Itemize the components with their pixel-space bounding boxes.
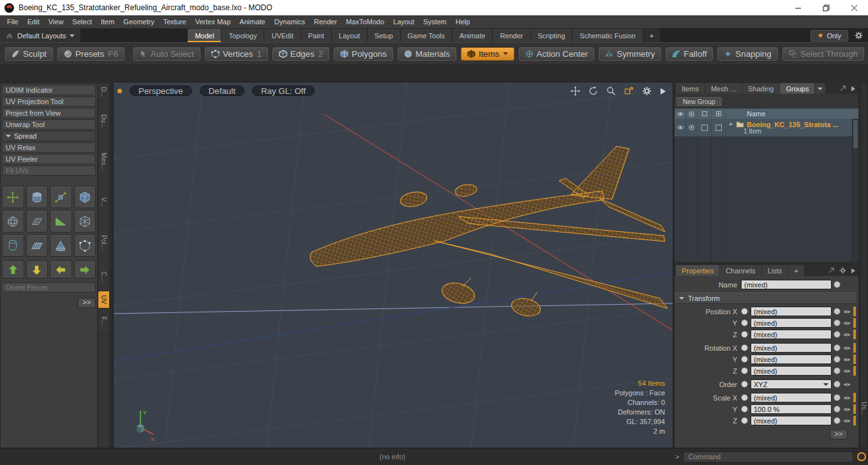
channel-toggle[interactable]	[741, 331, 748, 338]
viewport-scene[interactable]	[114, 82, 673, 449]
menu-item[interactable]: Render	[310, 18, 341, 26]
scrollbar-thumb[interactable]	[853, 120, 858, 148]
name-input[interactable]	[741, 280, 832, 289]
tab-scripting[interactable]: Scripting	[531, 29, 573, 42]
uv-stripes-tool-button[interactable]	[26, 234, 49, 257]
row-render-toggle[interactable]	[686, 119, 698, 136]
menu-item[interactable]: View	[44, 18, 68, 26]
side-tab-c[interactable]: C...	[98, 263, 109, 291]
uv-cylinder-tool-button[interactable]	[26, 186, 49, 208]
pack-up-button[interactable]	[2, 261, 24, 278]
scale-x-input[interactable]	[751, 393, 832, 402]
minimize-button[interactable]	[784, 0, 812, 15]
command-history-chevron[interactable]: >	[675, 453, 679, 461]
tab-setup[interactable]: Setup	[368, 29, 401, 42]
tab-properties[interactable]: Properties	[676, 265, 719, 276]
select-through-button[interactable]: Select Through	[782, 47, 864, 61]
maximize-viewport-icon[interactable]	[624, 86, 634, 96]
side-tab-v[interactable]: V...	[98, 182, 109, 222]
tab-overflow-button[interactable]	[815, 83, 825, 94]
uv-dots-tool-button[interactable]	[74, 234, 96, 257]
uv-sphere-tool-button[interactable]	[2, 210, 24, 232]
viewport-3d[interactable]: Perspective Default Ray GL: Off 54 Items…	[113, 82, 673, 450]
value-spinner[interactable]: ◀▶	[842, 407, 852, 412]
tab-add[interactable]: +	[788, 265, 804, 276]
uv-cone-tool-button[interactable]	[50, 234, 72, 257]
menu-item[interactable]: Select	[68, 18, 96, 26]
value-spinner[interactable]: ◀▶	[842, 309, 852, 314]
rotation-z-input[interactable]	[751, 366, 832, 376]
symmetry-button[interactable]: Symmetry	[599, 47, 661, 61]
properties-more-button[interactable]: >>	[830, 429, 848, 439]
uv-grid-tool-button[interactable]	[26, 210, 49, 232]
items-button[interactable]: Items	[461, 47, 514, 61]
visibility-column-header[interactable]	[675, 109, 686, 119]
unwrap-tool-button[interactable]: Unwrap Tool	[2, 119, 96, 130]
render-column-header[interactable]	[686, 109, 698, 119]
menu-item[interactable]: Help	[451, 18, 475, 26]
presets-button[interactable]: Presets F6	[57, 47, 124, 61]
tab-lists[interactable]: Lists	[762, 265, 788, 276]
uv-box-tool-button[interactable]	[74, 210, 96, 232]
channel-toggle[interactable]	[741, 381, 748, 388]
left-panel-more-button[interactable]: >>	[78, 298, 96, 308]
channel-dot-icon[interactable]	[834, 331, 841, 338]
value-spinner[interactable]: ◀▶	[842, 332, 852, 337]
menu-item[interactable]: Layout	[389, 18, 419, 26]
gear-icon[interactable]	[855, 31, 863, 40]
restore-button[interactable]	[812, 0, 840, 15]
gear-icon[interactable]	[839, 267, 846, 274]
transform-section-header[interactable]: Transform	[675, 293, 856, 304]
channel-dot-icon[interactable]	[834, 319, 841, 326]
channel-toggle[interactable]	[741, 344, 748, 351]
fit-uvs-button[interactable]: Fit UVs	[2, 165, 96, 176]
scale-z-input[interactable]	[751, 416, 832, 425]
menu-item[interactable]: Vertex Map	[191, 18, 236, 26]
viewport-menu-dot-icon[interactable]	[117, 89, 122, 93]
tab-items[interactable]: Items	[676, 83, 705, 94]
tab-game-tools[interactable]: Game Tools	[401, 29, 453, 42]
viewport-raygl-button[interactable]: Ray GL: Off	[252, 86, 315, 96]
tab-render[interactable]: Render	[493, 29, 530, 42]
edges-button[interactable]: Edges 2	[273, 47, 329, 61]
group-row-content[interactable]: + Boeing_KC_135_Stratota ... 1 Item	[726, 119, 839, 136]
channel-toggle[interactable]	[741, 417, 748, 424]
add-tab-button[interactable]: +	[643, 29, 660, 42]
side-tab-uv[interactable]: UV	[98, 291, 109, 309]
uv-transform-tool-button[interactable]	[2, 186, 24, 208]
side-tab-du[interactable]: Du...	[98, 102, 109, 142]
menu-item[interactable]: Animate	[235, 18, 269, 26]
uv-relax-button[interactable]: UV Relax	[2, 142, 96, 153]
menu-item[interactable]: System	[419, 18, 451, 26]
value-spinner[interactable]: ◀▶	[842, 382, 852, 387]
row-filter-toggle[interactable]	[712, 119, 726, 136]
falloff-button[interactable]: Falloff	[666, 47, 713, 61]
menu-item[interactable]: File	[3, 18, 23, 26]
channel-toggle[interactable]	[741, 406, 748, 413]
tab-schematic-fusion[interactable]: Schematic Fusion	[572, 29, 643, 42]
rotation-x-input[interactable]	[751, 343, 832, 353]
new-group-button[interactable]: New Group	[677, 97, 722, 106]
viewport-shading-button[interactable]: Default	[200, 86, 244, 96]
close-button[interactable]	[840, 0, 868, 15]
menu-item[interactable]: Edit	[23, 18, 44, 26]
orbit-icon[interactable]	[588, 86, 598, 96]
rotation-y-input[interactable]	[751, 354, 832, 364]
channel-dot-icon[interactable]	[834, 406, 841, 413]
pack-left-button[interactable]	[50, 261, 72, 278]
tab-layout[interactable]: Layout	[332, 29, 368, 42]
project-from-view-button[interactable]: Project from View	[2, 108, 96, 118]
group-row-boeing[interactable]: + Boeing_KC_135_Stratota ... 1 Item	[675, 119, 858, 137]
value-spinner[interactable]: ◀▶	[842, 346, 852, 351]
channel-toggle[interactable]	[741, 319, 748, 326]
udim-indicator-button[interactable]: UDIM Indicator	[2, 85, 96, 95]
auto-select-button[interactable]: Auto Select	[133, 47, 200, 61]
channel-dot-icon[interactable]	[834, 356, 841, 363]
popout-icon[interactable]	[828, 267, 835, 274]
channel-toggle[interactable]	[741, 308, 748, 315]
position-x-input[interactable]	[751, 307, 832, 316]
side-tab-user[interactable]: Us...	[860, 402, 867, 415]
panel-expand-icon[interactable]	[851, 268, 856, 274]
viewport-expand-arrow-icon[interactable]	[660, 88, 666, 95]
tab-channels[interactable]: Channels	[720, 265, 761, 276]
